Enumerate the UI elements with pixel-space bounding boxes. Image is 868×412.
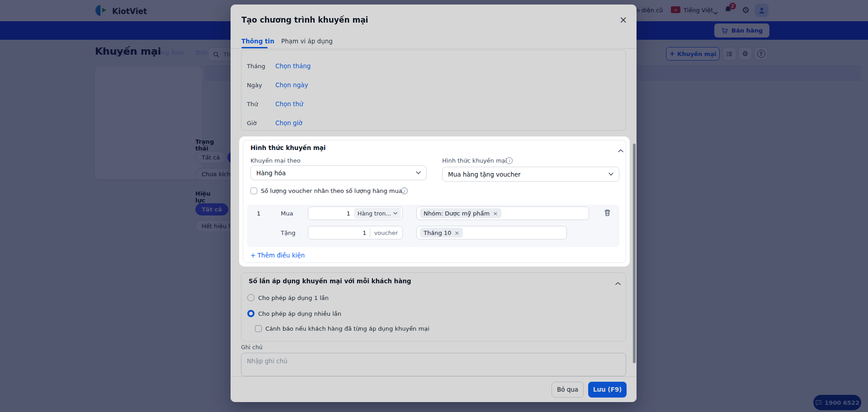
promo-type-info-icon[interactable]: i xyxy=(506,157,513,164)
gift-qty-value: 1 xyxy=(308,229,370,236)
gift-qty-input[interactable]: 1 voucher xyxy=(308,226,403,239)
chevron-down-icon xyxy=(393,212,397,215)
chevron-down-icon xyxy=(609,173,613,176)
promo-type-select[interactable]: Mua hàng tặng voucher xyxy=(442,167,619,182)
voucher-multiply-label: Số lượng voucher nhân theo số lượng hàng… xyxy=(261,187,404,194)
remove-tag-icon[interactable]: × xyxy=(493,210,498,217)
promo-by-select[interactable]: Hàng hóa xyxy=(250,165,427,180)
buy-unit-select[interactable]: Hàng tron... xyxy=(354,208,401,219)
chevron-down-icon xyxy=(416,171,421,174)
promo-by-value: Hàng hóa xyxy=(256,169,286,177)
gift-tag-label: Tháng 10 xyxy=(424,229,451,236)
voucher-multiply-info-icon[interactable]: i xyxy=(401,187,408,194)
buy-unit-value: Hàng tron... xyxy=(358,210,391,217)
buy-label: Mua xyxy=(281,210,293,217)
add-condition-link[interactable]: + Thêm điều kiện xyxy=(250,252,305,259)
remove-tag-icon[interactable]: × xyxy=(454,229,459,236)
promotion-form-highlight: Hình thức khuyến mại Khuyến mại theo Hàn… xyxy=(239,136,630,267)
promo-type-label: Hình thức khuyến mại xyxy=(442,157,507,164)
buy-qty-value: 1 xyxy=(308,210,354,217)
gift-tag: Tháng 10 × xyxy=(420,228,463,238)
voucher-multiply-checkbox[interactable] xyxy=(250,187,257,194)
collapse-chevron-up-icon[interactable] xyxy=(618,145,623,154)
buy-tag-field[interactable]: Nhóm: Dược mỹ phẩm × xyxy=(416,206,589,220)
gift-tag-field[interactable]: Tháng 10 × xyxy=(416,226,567,239)
buy-qty-input[interactable]: 1 Hàng tron... xyxy=(308,206,403,220)
promo-type-value: Mua hàng tặng voucher xyxy=(448,171,521,178)
buy-tag-label: Nhóm: Dược mỹ phẩm xyxy=(424,210,490,217)
delete-condition-button[interactable] xyxy=(604,209,611,219)
promotion-form-section: Hình thức khuyến mại Khuyến mại theo Hàn… xyxy=(243,140,626,263)
promotion-form-title: Hình thức khuyến mại xyxy=(250,144,326,151)
condition-panel: 1 Mua 1 Hàng tron... Nhóm: Dược mỹ phẩm … xyxy=(247,205,619,247)
promo-by-label: Khuyến mại theo xyxy=(250,157,301,164)
gift-label: Tặng xyxy=(281,229,295,236)
condition-index: 1 xyxy=(257,210,260,217)
gift-unit-label: voucher xyxy=(370,228,402,238)
trash-icon xyxy=(604,209,611,217)
buy-tag: Nhóm: Dược mỹ phẩm × xyxy=(420,208,501,218)
